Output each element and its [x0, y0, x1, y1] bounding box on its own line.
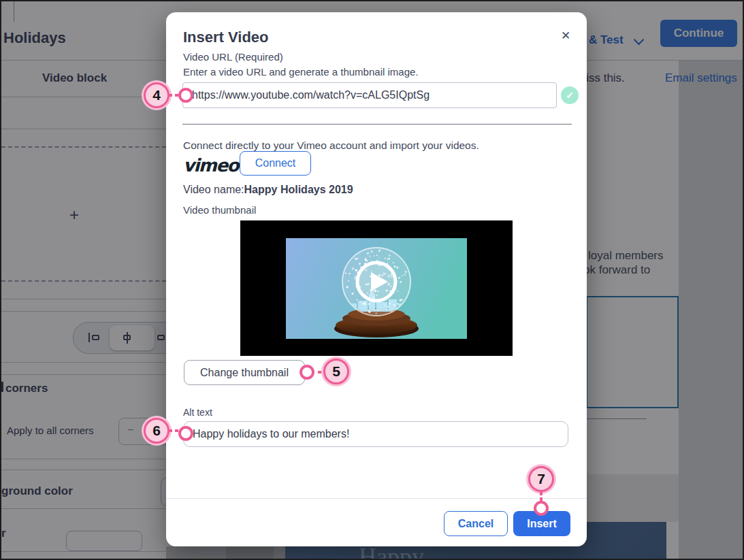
change-thumbnail-button[interactable]: Change thumbnail — [184, 360, 305, 385]
insert-video-modal: Insert Video ✕ Video URL (Required) Ente… — [166, 12, 587, 546]
alt-text-input[interactable] — [183, 421, 568, 447]
modal-title: Insert Video — [183, 29, 269, 46]
callout-step-6: 6 — [144, 418, 169, 444]
thumbnail-label: Video thumbnail — [183, 204, 256, 216]
url-label: Video URL (Required) — [183, 51, 283, 63]
vimeo-connect-text: Connect directly to your Vimeo account a… — [183, 139, 479, 152]
video-name-label: Video name: — [183, 184, 244, 195]
cancel-button[interactable]: Cancel — [444, 511, 508, 536]
video-name-value: Happy Holidays 2019 — [244, 184, 353, 195]
snow-globe-svg — [286, 238, 467, 339]
url-help-text: Enter a video URL and generate a thumbna… — [183, 66, 419, 78]
video-thumbnail — [240, 220, 513, 356]
callout-target-6 — [178, 426, 193, 441]
callout-target-5 — [300, 365, 314, 380]
callout-step-7: 7 — [528, 466, 554, 492]
video-url-input[interactable] — [182, 82, 557, 108]
video-name-row: Video name:Happy Holidays 2019 — [183, 184, 353, 196]
callout-target-4 — [178, 88, 193, 103]
url-valid-check-icon: ✓ — [561, 86, 579, 104]
callout-step-5: 5 — [323, 359, 349, 384]
vimeo-logo: vimeo — [183, 155, 238, 176]
alt-text-label: Alt text — [183, 407, 212, 418]
app-window: Holidays w & Test Continue Video block m… — [0, 0, 744, 560]
callout-target-7 — [534, 501, 549, 516]
connect-vimeo-button[interactable]: Connect — [240, 151, 311, 176]
close-icon[interactable]: ✕ — [558, 26, 573, 46]
footer-divider — [166, 498, 587, 499]
section-divider — [182, 124, 572, 125]
callout-step-4: 4 — [144, 82, 169, 108]
